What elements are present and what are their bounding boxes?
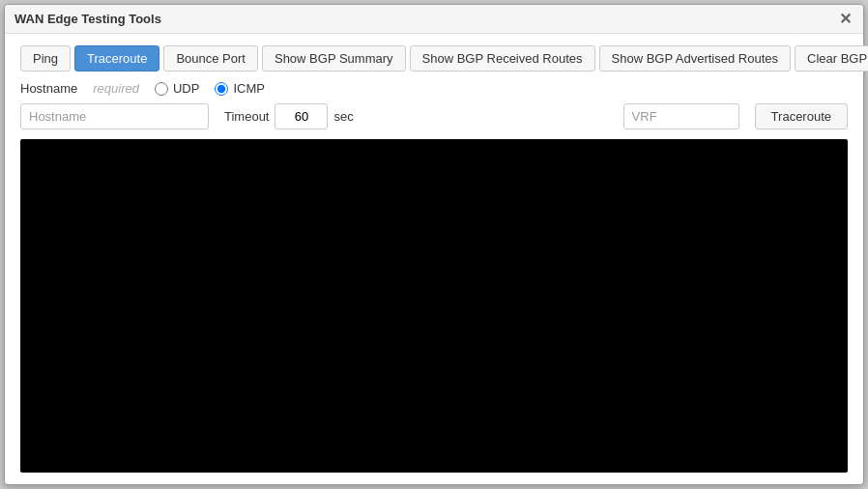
hostname-required: required	[93, 81, 139, 96]
timeout-group: Timeout sec	[224, 103, 354, 129]
wan-edge-testing-window: WAN Edge Testing Tools ✕ Ping Traceroute…	[4, 4, 864, 485]
udp-label: UDP	[173, 81, 199, 96]
icmp-label: ICMP	[233, 81, 265, 96]
hostname-label: Hostname	[20, 81, 77, 96]
form-section: Hostname required UDP ICMP Timeout	[20, 81, 848, 129]
timeout-label: Timeout	[224, 109, 269, 124]
tab-clear-bgp[interactable]: Clear BGP	[795, 45, 868, 72]
icmp-radio-label[interactable]: ICMP	[215, 81, 265, 96]
hostname-row: Hostname required UDP ICMP	[20, 81, 848, 96]
udp-radio[interactable]	[155, 82, 168, 96]
icmp-radio[interactable]	[215, 82, 228, 96]
tab-show-bgp-summary[interactable]: Show BGP Summary	[262, 45, 406, 72]
protocol-radio-group: UDP ICMP	[155, 81, 265, 96]
tab-traceroute[interactable]: Traceroute	[74, 45, 159, 72]
hostname-input[interactable]	[20, 103, 209, 129]
main-content: Ping Traceroute Bounce Port Show BGP Sum…	[5, 34, 863, 484]
close-button[interactable]: ✕	[837, 12, 854, 27]
vrf-input[interactable]	[623, 103, 739, 129]
title-bar: WAN Edge Testing Tools ✕	[5, 5, 863, 34]
output-terminal	[20, 139, 848, 473]
second-form-row: Timeout sec Traceroute	[20, 103, 848, 129]
tab-bar: Ping Traceroute Bounce Port Show BGP Sum…	[20, 45, 848, 72]
window-title: WAN Edge Testing Tools	[14, 12, 161, 26]
tab-show-bgp-advertised-routes[interactable]: Show BGP Advertised Routes	[599, 45, 791, 72]
tab-ping[interactable]: Ping	[20, 45, 71, 72]
traceroute-button[interactable]: Traceroute	[755, 103, 848, 129]
udp-radio-label[interactable]: UDP	[155, 81, 199, 96]
timeout-input[interactable]	[275, 103, 328, 129]
tab-bounce-port[interactable]: Bounce Port	[163, 45, 258, 72]
tab-show-bgp-received-routes[interactable]: Show BGP Received Routes	[410, 45, 595, 72]
sec-label: sec	[333, 109, 353, 124]
